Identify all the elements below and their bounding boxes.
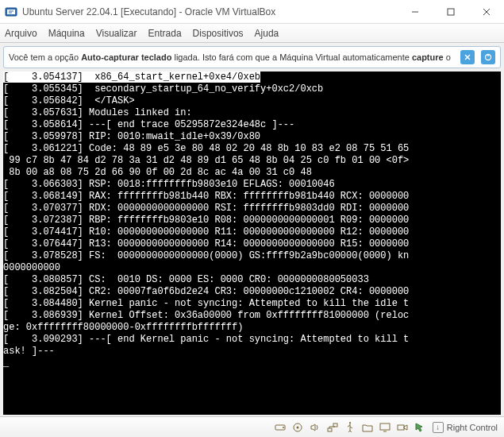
terminal-line: [ 3.078528] FS: 0000000000000000(0000) G… xyxy=(3,250,501,262)
terminal-line: [ 3.061221] Code: 48 89 e5 3e 80 48 02 2… xyxy=(3,143,501,155)
terminal-line: ask! ]--- xyxy=(3,346,501,358)
audio-icon[interactable] xyxy=(309,421,321,434)
menu-entrada[interactable]: Entrada xyxy=(148,28,182,39)
svg-rect-17 xyxy=(380,423,390,430)
svg-rect-1 xyxy=(7,10,15,14)
notice-text: Você tem a opção Auto-capturar teclado l… xyxy=(9,52,454,63)
terminal-line: [ 3.054137] x86_64_start_kernel+0xe4/0xe… xyxy=(3,72,501,83)
notice-toggle-button[interactable] xyxy=(481,50,495,64)
hostkey-indicator[interactable]: ↓ Right Control xyxy=(433,422,498,433)
menubar: Arquivo Máquina Visualizar Entrada Dispo… xyxy=(0,24,504,43)
svg-point-16 xyxy=(349,422,351,423)
terminal-line: [ 3.058614] ---[ end trace 05295872e324e… xyxy=(3,119,501,131)
shared-folders-icon[interactable] xyxy=(361,421,374,434)
menu-ajuda[interactable]: Ajuda xyxy=(255,28,279,39)
window-controls xyxy=(397,0,504,24)
svg-point-11 xyxy=(283,427,284,428)
terminal-line: [ 3.082504] CR2: 00007fa0f6bd2e24 CR3: 0… xyxy=(3,286,501,298)
notice-pre: Você tem a opção xyxy=(9,52,81,62)
terminal-line: 99 c7 8b 47 84 d2 78 3a 31 d2 48 89 d1 6… xyxy=(3,155,501,167)
hostkey-label: Right Control xyxy=(447,423,498,432)
statusbar: ↓ Right Control xyxy=(0,416,504,437)
notice-mid: ligada. Isto fará com que a Máquina Virt… xyxy=(171,52,411,62)
status-icons xyxy=(274,421,426,434)
terminal-line: [ 3.084480] Kernel panic - not syncing: … xyxy=(3,298,501,310)
terminal-line: [ 3.072387] RBP: ffffffffb9803e10 R08: 0… xyxy=(3,215,501,226)
minimize-button[interactable] xyxy=(397,0,433,24)
hard-disk-icon[interactable] xyxy=(274,421,287,434)
hostkey-arrow-icon: ↓ xyxy=(433,422,444,433)
svg-rect-19 xyxy=(398,425,404,430)
recording-icon[interactable] xyxy=(396,421,409,434)
keyboard-capture-notice: Você tem a opção Auto-capturar teclado l… xyxy=(3,46,501,68)
usb-icon[interactable] xyxy=(344,421,356,434)
maximize-button[interactable] xyxy=(433,0,468,24)
terminal-line: [ 3.055345] secondary_startup_64_no_veri… xyxy=(3,83,501,95)
terminal-line: [ 3.057631] Modules linked in: xyxy=(3,107,501,119)
terminal-line: [ 3.086939] Kernel Offset: 0x36a00000 fr… xyxy=(3,310,501,322)
notice-dismiss-button[interactable] xyxy=(460,50,475,64)
menu-dispositivos[interactable]: Dispositivos xyxy=(193,28,244,39)
vm-console[interactable]: [ 3.054137] x86_64_start_kernel+0xe4/0xe… xyxy=(3,72,501,415)
mouse-integration-icon[interactable] xyxy=(414,421,426,434)
terminal-line: ge: 0xffffffff80000000-0xffffffffbffffff… xyxy=(3,322,501,334)
close-button[interactable] xyxy=(468,0,504,24)
terminal-line: [ 3.090293] ---[ end Kernel panic - not … xyxy=(3,334,501,346)
terminal-line: 0000000000 xyxy=(3,262,501,274)
terminal-line: [ 3.070377] RDX: 0000000000000000 RSI: f… xyxy=(3,203,501,215)
terminal-line: [ 3.068149] RAX: ffffffffb981b440 RBX: f… xyxy=(3,191,501,203)
network-icon[interactable] xyxy=(326,421,339,434)
window-titlebar: Ubuntu Server 22.04.1 [Executando] - Ora… xyxy=(0,0,504,24)
app-icon xyxy=(5,6,17,18)
terminal-line: [ 3.056842] </TASK> xyxy=(3,95,501,107)
terminal-line: [ 3.066303] RSP: 0018:ffffffffb9803e10 E… xyxy=(3,179,501,191)
svg-rect-15 xyxy=(333,423,337,427)
notice-bold1: Auto-capturar teclado xyxy=(81,52,171,62)
terminal-line: [ 3.076447] R13: 0000000000000000 R14: 0… xyxy=(3,238,501,250)
terminal-line: [ 3.074417] R10: 0000000000000000 R11: 0… xyxy=(3,226,501,238)
svg-point-13 xyxy=(296,426,298,428)
notice-bold2: capture xyxy=(412,52,444,62)
terminal-line: 8b 00 a8 08 75 2d 66 90 0f 00 2d 8c ac 4… xyxy=(3,167,501,179)
svg-rect-14 xyxy=(328,428,332,431)
menu-arquivo[interactable]: Arquivo xyxy=(5,28,37,39)
menu-visualizar[interactable]: Visualizar xyxy=(96,28,137,39)
menu-maquina[interactable]: Máquina xyxy=(48,28,85,39)
optical-disk-icon[interactable] xyxy=(291,421,304,434)
terminal-line: [ 3.080857] CS: 0010 DS: 0000 ES: 0000 C… xyxy=(3,274,501,286)
window-title: Ubuntu Server 22.04.1 [Executando] - Ora… xyxy=(22,6,397,17)
notice-post: o xyxy=(444,52,451,62)
svg-rect-3 xyxy=(448,9,454,15)
terminal-line: _ xyxy=(3,358,501,369)
terminal-line: [ 3.059978] RIP: 0010:mwait_idle+0x39/0x… xyxy=(3,131,501,143)
display-icon[interactable] xyxy=(379,421,391,434)
